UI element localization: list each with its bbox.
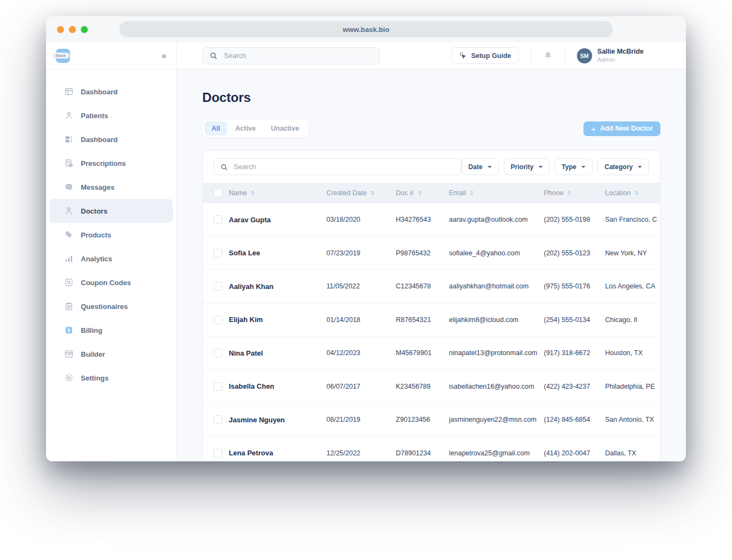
column-header-doc-number[interactable]: Doc # (396, 189, 449, 197)
filter-priority-dropdown[interactable]: Priority (504, 158, 550, 175)
column-header-created-date[interactable]: Created Date (326, 189, 396, 197)
cell-created-date: 11/05/2022 (326, 282, 396, 290)
sidebar-item-dashboard[interactable]: Dashboard (49, 80, 173, 104)
tab-active[interactable]: Active (228, 121, 263, 136)
sidebar-item-doctors[interactable]: Doctors (49, 199, 173, 223)
sidebar-item-coupon-codes[interactable]: Coupon Codes (49, 271, 173, 294)
cell-phone: (975) 555-0176 (544, 282, 605, 290)
user-avatar[interactable]: SM (577, 48, 592, 63)
row-checkbox[interactable] (214, 382, 222, 391)
window-controls (57, 26, 88, 33)
notification-bell-icon[interactable] (543, 51, 553, 60)
header-search[interactable] (202, 47, 380, 65)
sidebar-item-billing[interactable]: $ Billing (49, 318, 173, 342)
url-text: www.bask.bio (343, 25, 389, 34)
table-row[interactable]: Isabella Chen 06/07/2017 K23456789 isabe… (203, 370, 660, 404)
sidebar-item-builder[interactable]: Builder (49, 342, 173, 366)
sidebar-item-label: Billing (81, 326, 102, 334)
sidebar-item-dashboard-2[interactable]: Dashboard (49, 127, 173, 151)
app-logo[interactable]: Bask (56, 49, 70, 63)
billing-icon: $ (64, 325, 74, 335)
sidebar-nav: Dashboard Patients Dashboard Prescriptio… (46, 69, 176, 400)
search-icon (220, 163, 228, 171)
table-search[interactable] (214, 158, 461, 175)
sidebar-header: Bask « (46, 42, 176, 69)
table-row[interactable]: Nina Patel 04/12/2023 M45678901 ninapate… (203, 337, 660, 370)
top-bar: Setup Guide SM Sallie McBride Admin (177, 42, 686, 69)
setup-guide-label: Setup Guide (471, 52, 511, 60)
cell-doc-number: H34276543 (396, 216, 449, 223)
column-header-phone[interactable]: Phone (544, 189, 605, 197)
sort-icon (568, 189, 571, 197)
cell-location: Dallas, TX (605, 449, 657, 457)
table-row[interactable]: Aarav Gupta 03/18/2020 H34276543 aarav.g… (203, 203, 660, 237)
cell-email: sofialee_4@yahoo.com (449, 249, 544, 257)
cell-location: San Antonio, TX (605, 416, 657, 423)
cell-phone: (202) 555-0123 (544, 249, 605, 257)
cell-name: Aaliyah Khan (229, 282, 326, 291)
cell-phone: (202) 555-0198 (544, 216, 605, 223)
tab-all[interactable]: All (204, 121, 227, 136)
row-checkbox[interactable] (214, 282, 222, 291)
sidebar-item-questionaires[interactable]: Questionaires (49, 294, 173, 318)
filter-category-dropdown[interactable]: Category (598, 158, 649, 175)
sidebar-item-messages[interactable]: Messages (49, 175, 173, 199)
cell-location: Chicago, Il (605, 316, 657, 324)
sidebar-item-settings[interactable]: Settings (49, 366, 173, 390)
table-search-input[interactable] (233, 162, 455, 171)
divider (564, 48, 565, 64)
window-maximize-button[interactable] (81, 26, 88, 33)
filter-date-dropdown[interactable]: Date (461, 158, 499, 175)
table-row[interactable]: Jasmine Nguyen 08/21/2019 Z90123456 jasm… (203, 403, 660, 437)
filter-type-dropdown[interactable]: Type (555, 158, 593, 175)
cell-phone: (917) 318-6672 (544, 349, 605, 357)
column-header-email[interactable]: Email (449, 189, 544, 197)
sort-icon (371, 189, 374, 197)
column-header-location[interactable]: Location (605, 189, 657, 197)
analytics-icon (64, 254, 74, 263)
row-checkbox[interactable] (214, 415, 222, 424)
browser-window: www.bask.bio Bask « Dashboard Patients (46, 16, 686, 461)
doctors-icon (64, 206, 74, 216)
window-close-button[interactable] (57, 26, 64, 33)
sidebar-item-label: Questionaires (81, 302, 128, 311)
table-row[interactable]: Lena Petrova 12/25/2022 D78901234 lenape… (203, 437, 660, 462)
header-search-input[interactable] (223, 51, 373, 60)
cursor-sparkle-icon (459, 52, 467, 60)
setup-guide-button[interactable]: Setup Guide (451, 47, 519, 64)
plus-icon: + (591, 124, 596, 133)
sort-icon (635, 189, 638, 197)
main-area: Doctors All Active Unactive + Add New Do… (177, 69, 686, 461)
url-bar[interactable]: www.bask.bio (119, 21, 613, 37)
cell-name: Lena Petrova (229, 449, 326, 457)
cell-phone: (414) 202-0047 (544, 449, 605, 457)
cell-created-date: 06/07/2017 (326, 383, 396, 390)
cell-phone: (254) 555-0134 (544, 316, 605, 324)
tab-unactive[interactable]: Unactive (264, 121, 306, 136)
sidebar-item-analytics[interactable]: Analytics (49, 247, 173, 271)
table-row[interactable]: Elijah Kim 01/14/2018 R87654321 elijahki… (203, 304, 660, 337)
filter-label: Type (562, 163, 576, 171)
column-header-name[interactable]: Name (229, 189, 326, 197)
row-checkbox[interactable] (214, 449, 222, 458)
sidebar-item-patients[interactable]: Patients (49, 104, 173, 127)
sidebar-item-prescriptions[interactable]: Prescriptions (49, 151, 173, 175)
sidebar-item-label: Analytics (81, 255, 112, 263)
table-row[interactable]: Sofia Lee 07/23/2019 P98765432 sofialee_… (203, 237, 660, 271)
window-minimize-button[interactable] (69, 26, 76, 33)
row-checkbox[interactable] (214, 215, 222, 224)
table-row[interactable]: Aaliyah Khan 11/05/2022 C12345678 aaliya… (203, 270, 660, 304)
collapse-sidebar-button[interactable]: « (162, 52, 166, 60)
cell-created-date: 04/12/2023 (326, 349, 396, 357)
select-all-checkbox[interactable] (214, 189, 222, 197)
browser-chrome: www.bask.bio (46, 16, 686, 42)
add-new-doctor-button[interactable]: + Add New Doctor (583, 121, 660, 136)
sidebar-item-label: Patients (81, 112, 108, 120)
sidebar-item-products[interactable]: Products (49, 223, 173, 247)
row-checkbox[interactable] (214, 249, 222, 258)
questionnaires-icon (64, 301, 74, 311)
row-checkbox[interactable] (214, 316, 222, 324)
sort-icon (251, 189, 254, 197)
add-new-doctor-label: Add New Doctor (600, 125, 653, 132)
row-checkbox[interactable] (214, 349, 222, 357)
